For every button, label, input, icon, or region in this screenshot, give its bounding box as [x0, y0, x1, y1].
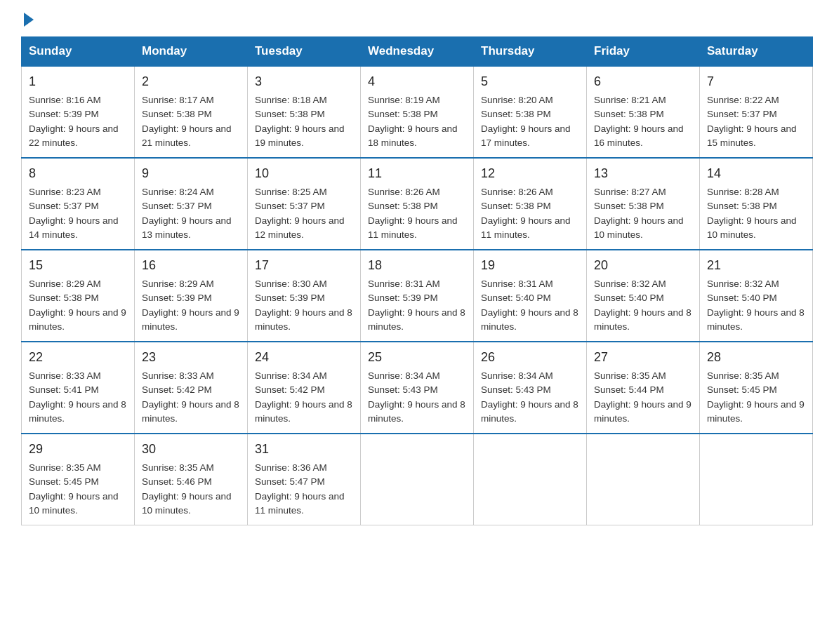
day-number: 27 [594, 348, 692, 367]
calendar-cell: 20Sunrise: 8:32 AMSunset: 5:40 PMDayligh… [587, 250, 700, 342]
day-number: 8 [29, 164, 127, 183]
header-tuesday: Tuesday [248, 37, 361, 67]
calendar-cell: 17Sunrise: 8:30 AMSunset: 5:39 PMDayligh… [248, 250, 361, 342]
day-number: 20 [594, 256, 692, 275]
calendar-cell: 31Sunrise: 8:36 AMSunset: 5:47 PMDayligh… [248, 434, 361, 525]
header-saturday: Saturday [700, 37, 813, 67]
day-number: 26 [481, 348, 579, 367]
day-number: 30 [142, 440, 240, 459]
calendar-cell: 27Sunrise: 8:35 AMSunset: 5:44 PMDayligh… [587, 342, 700, 434]
day-number: 25 [368, 348, 466, 367]
day-number: 9 [142, 164, 240, 183]
calendar-cell: 22Sunrise: 8:33 AMSunset: 5:41 PMDayligh… [22, 342, 135, 434]
calendar-table: SundayMondayTuesdayWednesdayThursdayFrid… [21, 36, 813, 525]
calendar-cell: 28Sunrise: 8:35 AMSunset: 5:45 PMDayligh… [700, 342, 813, 434]
calendar-week-row: 22Sunrise: 8:33 AMSunset: 5:41 PMDayligh… [22, 342, 813, 434]
day-number: 6 [594, 72, 692, 91]
day-number: 21 [707, 256, 805, 275]
day-number: 12 [481, 164, 579, 183]
calendar-cell: 23Sunrise: 8:33 AMSunset: 5:42 PMDayligh… [135, 342, 248, 434]
calendar-week-row: 8Sunrise: 8:23 AMSunset: 5:37 PMDaylight… [22, 158, 813, 250]
calendar-cell: 3Sunrise: 8:18 AMSunset: 5:38 PMDaylight… [248, 66, 361, 158]
header-thursday: Thursday [474, 37, 587, 67]
calendar-cell [474, 434, 587, 525]
calendar-cell: 16Sunrise: 8:29 AMSunset: 5:39 PMDayligh… [135, 250, 248, 342]
calendar-week-row: 1Sunrise: 8:16 AMSunset: 5:39 PMDaylight… [22, 66, 813, 158]
day-number: 29 [29, 440, 127, 459]
calendar-cell: 24Sunrise: 8:34 AMSunset: 5:42 PMDayligh… [248, 342, 361, 434]
calendar-cell: 30Sunrise: 8:35 AMSunset: 5:46 PMDayligh… [135, 434, 248, 525]
calendar-cell: 10Sunrise: 8:25 AMSunset: 5:37 PMDayligh… [248, 158, 361, 250]
calendar-cell: 8Sunrise: 8:23 AMSunset: 5:37 PMDaylight… [22, 158, 135, 250]
calendar-cell: 4Sunrise: 8:19 AMSunset: 5:38 PMDaylight… [361, 66, 474, 158]
day-number: 18 [368, 256, 466, 275]
day-number: 17 [255, 256, 353, 275]
day-number: 13 [594, 164, 692, 183]
day-number: 15 [29, 256, 127, 275]
day-number: 1 [29, 72, 127, 91]
day-number: 7 [707, 72, 805, 91]
day-number: 5 [481, 72, 579, 91]
logo [21, 14, 34, 24]
calendar-cell: 19Sunrise: 8:31 AMSunset: 5:40 PMDayligh… [474, 250, 587, 342]
calendar-cell: 25Sunrise: 8:34 AMSunset: 5:43 PMDayligh… [361, 342, 474, 434]
header-monday: Monday [135, 37, 248, 67]
calendar-cell: 26Sunrise: 8:34 AMSunset: 5:43 PMDayligh… [474, 342, 587, 434]
day-number: 23 [142, 348, 240, 367]
calendar-cell [700, 434, 813, 525]
calendar-cell: 12Sunrise: 8:26 AMSunset: 5:38 PMDayligh… [474, 158, 587, 250]
day-number: 14 [707, 164, 805, 183]
calendar-cell: 6Sunrise: 8:21 AMSunset: 5:38 PMDaylight… [587, 66, 700, 158]
day-number: 11 [368, 164, 466, 183]
calendar-cell: 7Sunrise: 8:22 AMSunset: 5:37 PMDaylight… [700, 66, 813, 158]
day-number: 3 [255, 72, 353, 91]
day-number: 31 [255, 440, 353, 459]
calendar-cell: 2Sunrise: 8:17 AMSunset: 5:38 PMDaylight… [135, 66, 248, 158]
header-sunday: Sunday [22, 37, 135, 67]
day-number: 19 [481, 256, 579, 275]
day-number: 2 [142, 72, 240, 91]
calendar-header-row: SundayMondayTuesdayWednesdayThursdayFrid… [22, 37, 813, 67]
day-number: 16 [142, 256, 240, 275]
calendar-cell: 5Sunrise: 8:20 AMSunset: 5:38 PMDaylight… [474, 66, 587, 158]
day-number: 24 [255, 348, 353, 367]
calendar-cell: 21Sunrise: 8:32 AMSunset: 5:40 PMDayligh… [700, 250, 813, 342]
calendar-week-row: 15Sunrise: 8:29 AMSunset: 5:38 PMDayligh… [22, 250, 813, 342]
header-friday: Friday [587, 37, 700, 67]
calendar-cell: 29Sunrise: 8:35 AMSunset: 5:45 PMDayligh… [22, 434, 135, 525]
day-number: 4 [368, 72, 466, 91]
calendar-cell: 9Sunrise: 8:24 AMSunset: 5:37 PMDaylight… [135, 158, 248, 250]
day-number: 22 [29, 348, 127, 367]
calendar-cell [361, 434, 474, 525]
logo-triangle-icon [24, 13, 34, 27]
day-number: 10 [255, 164, 353, 183]
calendar-cell: 14Sunrise: 8:28 AMSunset: 5:38 PMDayligh… [700, 158, 813, 250]
calendar-cell: 1Sunrise: 8:16 AMSunset: 5:39 PMDaylight… [22, 66, 135, 158]
calendar-cell [587, 434, 700, 525]
calendar-cell: 11Sunrise: 8:26 AMSunset: 5:38 PMDayligh… [361, 158, 474, 250]
calendar-cell: 15Sunrise: 8:29 AMSunset: 5:38 PMDayligh… [22, 250, 135, 342]
day-number: 28 [707, 348, 805, 367]
calendar-week-row: 29Sunrise: 8:35 AMSunset: 5:45 PMDayligh… [22, 434, 813, 525]
calendar-cell: 13Sunrise: 8:27 AMSunset: 5:38 PMDayligh… [587, 158, 700, 250]
calendar-cell: 18Sunrise: 8:31 AMSunset: 5:39 PMDayligh… [361, 250, 474, 342]
header-wednesday: Wednesday [361, 37, 474, 67]
page-header [21, 14, 813, 24]
